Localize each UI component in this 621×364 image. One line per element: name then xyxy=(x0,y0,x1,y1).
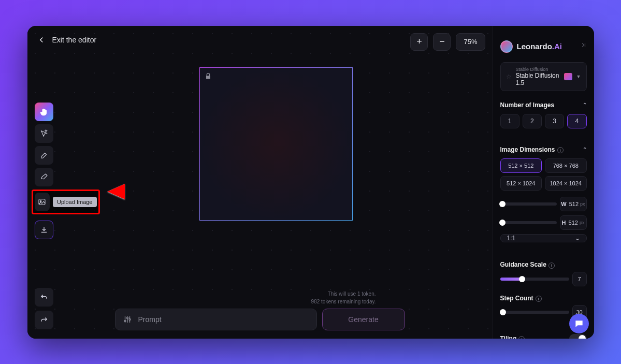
svg-point-2 xyxy=(124,320,126,322)
model-selector[interactable]: ☆ Stable Diffusion Stable Diffusion 1.5 … xyxy=(500,62,587,91)
upload-image-tool[interactable] xyxy=(35,193,50,211)
select-tool[interactable] xyxy=(35,124,53,143)
num-images-option-1[interactable]: 1 xyxy=(500,114,519,128)
zoom-in-button[interactable]: + xyxy=(410,33,428,51)
guidance-value-box: 7 xyxy=(572,272,587,286)
height-value: 512 xyxy=(569,220,578,226)
brand-logo: Leonardo.Ai xyxy=(500,40,587,53)
height-value-box[interactable]: H 512 px xyxy=(560,215,587,230)
plus-icon: + xyxy=(416,36,422,47)
num-images-header[interactable]: Number of Images ⌃ xyxy=(500,101,587,109)
height-slider[interactable] xyxy=(500,221,557,224)
guidance-label: Guidance Scale xyxy=(500,261,546,268)
support-chat-button[interactable] xyxy=(569,314,589,333)
zoom-level-display[interactable]: 75% xyxy=(456,33,485,51)
dimensions-label: Image Dimensions xyxy=(500,146,555,153)
px-unit: px xyxy=(580,220,585,225)
guidance-slider[interactable] xyxy=(500,278,569,281)
num-images-option-4[interactable]: 4 xyxy=(567,114,586,128)
settings-sidebar: Leonardo.Ai ☆ Stable Diffusion Stable Di… xyxy=(493,26,594,339)
prompt-input[interactable]: Prompt xyxy=(115,309,317,330)
num-images-option-2[interactable]: 2 xyxy=(523,114,542,128)
width-value-box[interactable]: W 512 px xyxy=(560,197,587,211)
model-category-label: Stable Diffusion xyxy=(516,67,560,72)
dimension-option-512x1024[interactable]: 512 × 1024 xyxy=(500,176,542,191)
generate-button[interactable]: Generate xyxy=(322,309,405,330)
dimension-option-1024x1024[interactable]: 1024 × 1024 xyxy=(545,176,587,191)
generate-button-label: Generate xyxy=(348,315,378,324)
undo-button[interactable] xyxy=(35,288,53,307)
redo-button[interactable] xyxy=(35,311,53,329)
zoom-level-value: 75% xyxy=(464,38,477,46)
dimensions-header[interactable]: Image Dimensionsi ⌃ xyxy=(500,146,587,154)
model-selected-value: Stable Diffusion 1.5 xyxy=(516,72,560,86)
width-label: W xyxy=(561,201,566,207)
redo-icon xyxy=(39,315,49,325)
editor-canvas-area: Exit the editor + − 75% xyxy=(27,26,493,339)
token-usage-line-2: 982 tokens remaining today. xyxy=(115,298,376,305)
cursor-sparkle-icon xyxy=(39,129,49,138)
eraser-tool[interactable] xyxy=(35,168,53,186)
upload-image-highlight: Upload Image xyxy=(32,190,100,214)
hand-icon xyxy=(39,107,49,117)
chevron-down-icon: ⌄ xyxy=(575,235,580,242)
height-label: H xyxy=(562,220,566,226)
width-slider[interactable] xyxy=(500,202,557,206)
aspect-ratio-value: 1:1 xyxy=(507,235,516,242)
chat-icon xyxy=(574,318,584,329)
info-icon: i xyxy=(518,336,525,338)
upload-image-tooltip: Upload Image xyxy=(53,197,97,207)
minus-icon: − xyxy=(439,36,445,47)
num-images-option-3[interactable]: 3 xyxy=(545,114,564,128)
chevron-up-icon: ⌃ xyxy=(583,147,587,152)
token-usage-line-1: This will use 1 token. xyxy=(115,290,376,298)
pan-tool[interactable] xyxy=(35,103,53,121)
annotation-arrow-icon xyxy=(104,181,182,202)
collapse-sidebar-icon[interactable] xyxy=(580,41,587,49)
guidance-value: 7 xyxy=(577,276,581,282)
step-count-label: Step Count xyxy=(500,295,533,302)
token-usage-text: This will use 1 token. 982 tokens remain… xyxy=(115,290,405,305)
exit-editor-label: Exit the editor xyxy=(52,36,97,44)
prompt-placeholder: Prompt xyxy=(138,315,162,324)
zoom-out-button[interactable]: − xyxy=(433,33,451,51)
tiling-label: Tiling xyxy=(500,335,517,339)
brand-suffix: .Ai xyxy=(552,42,562,51)
app-window: Exit the editor + − 75% xyxy=(27,26,594,339)
exit-editor-button[interactable]: Exit the editor xyxy=(37,35,97,45)
brush-tool[interactable] xyxy=(35,146,53,165)
star-icon: ☆ xyxy=(506,73,512,80)
step-count-slider[interactable] xyxy=(500,311,569,314)
dimension-option-768x768[interactable]: 768 × 768 xyxy=(545,158,587,173)
eraser-icon xyxy=(39,172,49,182)
prompt-area: This will use 1 token. 982 tokens remain… xyxy=(115,290,405,330)
download-tool[interactable] xyxy=(35,221,53,239)
guidance-control: 7 xyxy=(500,272,587,286)
image-icon xyxy=(37,197,47,207)
num-images-options: 1 2 3 4 xyxy=(500,114,587,128)
num-images-label: Number of Images xyxy=(500,101,555,109)
guidance-header: Guidance Scalei xyxy=(500,261,587,269)
tiling-toggle[interactable] xyxy=(569,334,587,339)
aspect-ratio-select[interactable]: 1:1 ⌄ xyxy=(500,234,587,242)
dimension-option-512x512[interactable]: 512 × 512 xyxy=(500,158,542,173)
lock-icon xyxy=(204,72,212,80)
chevron-down-icon: ▼ xyxy=(576,74,581,79)
chevron-up-icon: ⌃ xyxy=(583,102,587,108)
sliders-icon xyxy=(123,315,132,324)
tiling-row: Tilingi xyxy=(500,334,587,339)
zoom-controls: + − 75% xyxy=(410,33,485,51)
svg-point-1 xyxy=(40,200,41,201)
back-arrow-icon xyxy=(37,35,46,45)
generation-frame[interactable] xyxy=(199,67,353,221)
brand-avatar-icon xyxy=(500,40,513,53)
brand-name: Leonardo xyxy=(517,42,552,51)
download-icon xyxy=(39,225,49,235)
info-icon: i xyxy=(548,263,555,269)
tool-toolbar: Upload Image xyxy=(35,103,100,239)
px-unit: px xyxy=(580,201,585,207)
step-count-header: Step Counti xyxy=(500,295,587,302)
brush-icon xyxy=(39,151,49,160)
undo-icon xyxy=(39,293,49,302)
width-control: W 512 px xyxy=(500,197,587,211)
